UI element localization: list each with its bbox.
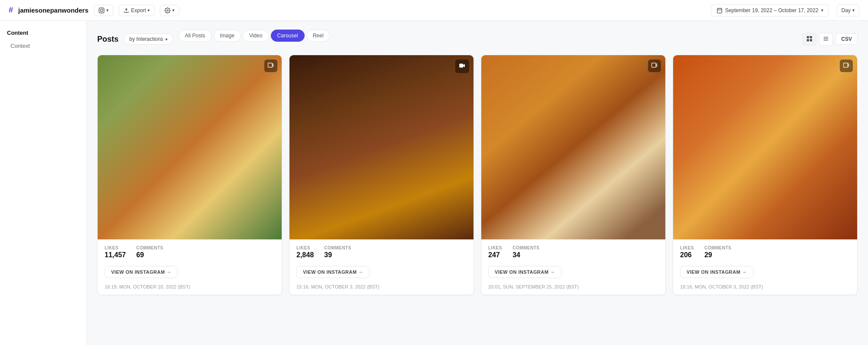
filter-tab-all-posts[interactable]: All Posts: [178, 30, 212, 42]
likes-label-4: LIKES: [680, 245, 694, 250]
post-image-4: [673, 55, 857, 239]
post-type-icon-2: [455, 60, 469, 73]
svg-rect-15: [268, 63, 273, 67]
comments-stat-4: COMMENTS 29: [704, 245, 731, 259]
post-stats-2: LIKES 2,848 COMMENTS 39: [289, 239, 473, 262]
settings-button[interactable]: ▾: [160, 5, 179, 16]
export-chevron-icon: ▾: [148, 8, 150, 13]
post-actions-4: VIEW ON INSTAGRAM →: [673, 262, 857, 284]
comments-value-3: 34: [513, 251, 539, 259]
sidebar-content-title: Content: [7, 30, 79, 36]
comments-stat-1: COMMENTS 69: [136, 245, 163, 259]
grid-view-button[interactable]: [802, 33, 816, 46]
svg-point-1: [100, 9, 103, 12]
post-card-2: LIKES 2,848 COMMENTS 39 VIEW ON INSTAGRA…: [289, 55, 474, 295]
svg-rect-18: [656, 63, 657, 67]
csv-button[interactable]: CSV: [835, 33, 858, 45]
svg-rect-8: [807, 36, 809, 38]
comments-value-2: 39: [324, 251, 351, 259]
date-range-text: September 19, 2022 – October 17, 2022: [725, 7, 819, 13]
likes-stat-3: LIKES 247: [488, 245, 502, 259]
main-content: Posts by Interactions ▾ All Posts Image …: [87, 21, 868, 345]
comments-stat-3: COMMENTS 34: [513, 245, 539, 259]
grid-icon: [806, 36, 812, 42]
export-icon: [123, 7, 129, 13]
post-stats-4: LIKES 206 COMMENTS 29: [673, 239, 857, 262]
calendar-icon: [717, 7, 723, 13]
posts-grid: LIKES 11,457 COMMENTS 69 VIEW ON INSTAGR…: [97, 55, 858, 295]
likes-label-3: LIKES: [488, 245, 502, 250]
view-instagram-button-1[interactable]: VIEW ON INSTAGRAM →: [105, 266, 178, 278]
svg-rect-4: [717, 8, 722, 13]
likes-value-1: 11,457: [105, 251, 126, 259]
post-stats-3: LIKES 247 COMMENTS 34: [481, 239, 665, 262]
export-button[interactable]: Export ▾: [118, 5, 155, 16]
post-card-1: LIKES 11,457 COMMENTS 69 VIEW ON INSTAGR…: [97, 55, 282, 295]
filter-tabs: All Posts Image Video Carousel Reel: [178, 30, 797, 42]
svg-rect-0: [99, 8, 104, 13]
view-instagram-button-2[interactable]: VIEW ON INSTAGRAM →: [296, 266, 370, 278]
svg-rect-16: [272, 63, 273, 67]
settings-chevron-icon: ▾: [172, 8, 174, 13]
post-stats-1: LIKES 11,457 COMMENTS 69: [98, 239, 282, 262]
comments-label-3: COMMENTS: [513, 245, 539, 250]
likes-stat-2: LIKES 2,848: [296, 245, 314, 259]
post-type-icon-4: [840, 60, 853, 72]
post-actions-3: VIEW ON INSTAGRAM →: [481, 262, 665, 284]
likes-label-2: LIKES: [296, 245, 314, 250]
view-instagram-button-3[interactable]: VIEW ON INSTAGRAM →: [488, 266, 562, 278]
posts-title: Posts: [97, 35, 118, 44]
svg-rect-17: [652, 63, 656, 67]
view-instagram-button-4[interactable]: VIEW ON INSTAGRAM →: [680, 266, 753, 278]
carousel-icon: [843, 62, 850, 69]
comments-stat-2: COMMENTS 39: [324, 245, 351, 259]
svg-rect-11: [810, 39, 812, 41]
topnav: # jamiesonepanwonders ▾ Export ▾ ▾ Septe…: [0, 0, 868, 21]
comments-label-1: COMMENTS: [136, 245, 163, 250]
username: jamiesonepanwonders: [18, 7, 89, 14]
filter-tab-video[interactable]: Video: [243, 30, 269, 42]
comments-label-4: COMMENTS: [704, 245, 731, 250]
svg-point-3: [167, 10, 169, 11]
instagram-button[interactable]: ▾: [94, 5, 113, 16]
svg-rect-9: [810, 36, 812, 38]
day-label: Day: [842, 7, 851, 13]
sidebar: Content Context: [0, 21, 87, 345]
post-image-1: [98, 55, 282, 239]
date-range-chevron-icon: ▾: [821, 8, 823, 13]
instagram-icon: [99, 7, 105, 13]
post-timestamp-1: 16:19, MON, OCTOBER 10, 2022 (BST): [98, 284, 282, 295]
likes-stat-4: LIKES 206: [680, 245, 694, 259]
list-view-button[interactable]: [819, 33, 833, 46]
svg-rect-10: [807, 39, 809, 41]
export-label: Export: [131, 7, 146, 13]
post-card-3: LIKES 247 COMMENTS 34 VIEW ON INSTAGRAM …: [481, 55, 666, 295]
filter-tab-reel[interactable]: Reel: [306, 30, 330, 42]
chevron-down-icon: ▾: [106, 8, 108, 13]
day-button[interactable]: Day ▾: [837, 4, 859, 17]
likes-label-1: LIKES: [105, 245, 126, 250]
post-actions-1: VIEW ON INSTAGRAM →: [98, 262, 282, 284]
sort-chevron-icon: ▾: [165, 37, 168, 42]
sidebar-item-context[interactable]: Context: [7, 40, 79, 51]
list-icon: [823, 36, 829, 42]
filter-tab-image[interactable]: Image: [214, 30, 241, 42]
post-image-2: [289, 55, 473, 239]
date-range-button[interactable]: September 19, 2022 – October 17, 2022 ▾: [711, 4, 829, 17]
sort-button[interactable]: by Interactions ▾: [124, 33, 173, 45]
gear-icon: [164, 7, 171, 13]
carousel-icon: [651, 62, 658, 69]
carousel-icon: [267, 62, 274, 69]
video-icon: [458, 62, 466, 70]
comments-label-2: COMMENTS: [324, 245, 351, 250]
post-actions-2: VIEW ON INSTAGRAM →: [289, 262, 473, 284]
view-controls: CSV: [802, 33, 858, 46]
svg-rect-20: [848, 63, 849, 67]
svg-rect-19: [844, 63, 848, 67]
likes-value-4: 206: [680, 251, 694, 259]
post-image-3: [481, 55, 665, 239]
likes-value-2: 2,848: [296, 251, 314, 259]
filter-tab-carousel[interactable]: Carousel: [271, 30, 305, 42]
post-timestamp-3: 20:01, SUN, SEPTEMBER 25, 2022 (BST): [481, 284, 665, 295]
post-timestamp-2: 15:16, MON, OCTOBER 3, 2022 (BST): [289, 284, 473, 295]
